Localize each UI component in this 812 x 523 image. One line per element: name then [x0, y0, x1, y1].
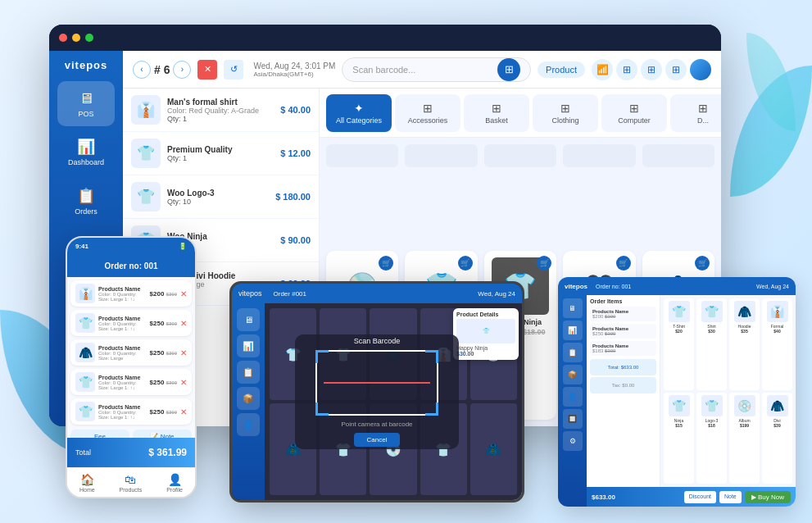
sidebar-label-pos: POS: [78, 110, 93, 118]
sidebar-item-dashboard[interactable]: 📊 Dashboard: [57, 130, 115, 175]
sec-dashboard-icon[interactable]: 📊: [563, 321, 583, 340]
sec-prod-5[interactable]: 👕 Ninja $15: [664, 393, 694, 484]
sec-prod-img-3: 🧥: [734, 301, 755, 322]
sec-orders-icon[interactable]: 📋: [563, 343, 583, 362]
sec-prod-1[interactable]: 👕 T-Shirt $20: [664, 298, 694, 390]
tablet-products-icon[interactable]: 📦: [237, 387, 260, 410]
basket-label: Basket: [485, 116, 508, 125]
sec-prod-2[interactable]: 👕 Shirt $30: [696, 298, 727, 390]
phone-order-item-1[interactable]: 👔 Products Name Color: 0 Quantity: Size:…: [70, 280, 192, 307]
phone-item-img-5: 👕: [75, 402, 95, 421]
settings-top-icon-button[interactable]: ⊞: [641, 59, 662, 80]
sec-prod-img-6: 👕: [701, 395, 723, 416]
phone-note-button[interactable]: 📝 Note: [133, 430, 192, 438]
bc-corner-bl: [315, 402, 329, 416]
phone-order-item-2[interactable]: 👕 Products Name Color: 0 Quantity: Size:…: [70, 310, 192, 336]
sidebar-item-orders[interactable]: 📋 Orders: [57, 179, 115, 224]
basket-icon: ⊞: [492, 102, 501, 115]
bluetooth-icon-button[interactable]: ⊞: [616, 59, 637, 80]
sec-settings-icon[interactable]: ⚙: [563, 431, 583, 451]
order-item-2[interactable]: 👕 Woo Logo-3 Qty: 10 $ 180.00: [123, 175, 319, 219]
tablet-dashboard-icon[interactable]: 📊: [237, 334, 260, 357]
tablet-datetime: Wed, Aug 24: [478, 290, 515, 298]
sec-barcode-icon[interactable]: 🔲: [563, 409, 583, 429]
sidebar-item-pos[interactable]: 🖥 POS: [57, 81, 115, 126]
accessories-label: Accessories: [408, 116, 448, 125]
order-item-name-0: Man's formal shirt: [167, 98, 274, 107]
user-avatar[interactable]: [690, 59, 711, 80]
phone-nav-products[interactable]: 🛍 Products: [120, 473, 143, 493]
prev-order-button[interactable]: ‹: [133, 61, 151, 79]
sec-order-item-3[interactable]: Products Name $183 $300: [590, 341, 656, 356]
sec-prod-6[interactable]: 👕 Logo-3 $18: [696, 393, 727, 484]
window-minimize-dot[interactable]: [72, 34, 80, 42]
window-maximize-dot[interactable]: [85, 34, 93, 42]
sec-products-icon[interactable]: 📦: [563, 365, 583, 384]
grid-icon-button[interactable]: ⊞: [665, 59, 687, 80]
sec-customers-icon[interactable]: 👤: [563, 387, 583, 407]
phone-remove-5[interactable]: ✕: [180, 407, 187, 416]
category-tab-all[interactable]: ✦ All Categories: [326, 94, 392, 132]
next-order-button[interactable]: ›: [173, 61, 191, 79]
barcode-cancel-button[interactable]: Cancel: [354, 433, 401, 447]
phone-remove-1[interactable]: ✕: [180, 289, 187, 298]
order-item-0[interactable]: 👔 Man's formal shirt Color: Red Quality:…: [123, 89, 319, 132]
category-tab-more[interactable]: ⊞ D...: [670, 94, 721, 132]
cart-badge-4: 🛒: [695, 256, 710, 271]
sec-tax-row: Tax: $0.00: [590, 377, 656, 393]
phone-nav-home[interactable]: 🏠 Home: [79, 473, 95, 493]
phone-remove-2[interactable]: ✕: [180, 319, 187, 328]
order-item-1[interactable]: 👕 Premium Quality Qty: 1 $ 12.00: [123, 132, 319, 175]
category-tab-basket[interactable]: ⊞ Basket: [464, 94, 529, 132]
top-bar: ‹ # 6 › ✕ ↺ Wed, Aug 24, 3:01 PM Asia/Dh…: [123, 51, 721, 89]
order-item-price-2: $ 180.00: [275, 192, 311, 202]
phone-item-price-5: $250 $300: [150, 408, 177, 416]
sec-order-item-2[interactable]: Products Name $250 $300: [590, 324, 656, 339]
sec-pos-icon[interactable]: 🖥: [563, 298, 583, 318]
sec-note-button[interactable]: Note: [719, 491, 742, 503]
sec-subtotal: Total: $633.00: [590, 359, 656, 375]
window-close-dot[interactable]: [59, 34, 67, 42]
accessories-icon: ⊞: [423, 102, 433, 115]
category-tab-accessories[interactable]: ⊞ Accessories: [395, 94, 460, 132]
order-item-img-0: 👔: [131, 95, 161, 125]
refresh-button[interactable]: ↺: [224, 60, 243, 80]
sec-prod-price-5: $15: [675, 423, 682, 428]
phone-order-item-3[interactable]: 🧥 Products Name Color: 0 Quantity: Size:…: [70, 339, 192, 366]
sec-prod-8[interactable]: 🧥 Divi $39: [762, 393, 792, 484]
order-item-details-2: Woo Logo-3 Qty: 10: [167, 189, 269, 206]
product-filter-button[interactable]: Product: [538, 61, 585, 78]
tablet-orders-icon[interactable]: 📋: [237, 361, 260, 384]
barcode-scanner-overlay: Scan Barcode Point camera at barcode Can…: [295, 334, 459, 449]
sec-prod-7[interactable]: 💿 Album $199: [729, 393, 760, 484]
tablet-pos-icon[interactable]: 🖥: [237, 308, 260, 331]
phone-remove-3[interactable]: ✕: [180, 348, 187, 357]
category-tab-clothing[interactable]: ⊞ Clothing: [533, 94, 598, 132]
sec-prod-3[interactable]: 🧥 Hoodie $35: [729, 298, 760, 390]
sec-order-item-1[interactable]: Products Name $200 $300: [590, 307, 656, 321]
phone-fee-button[interactable]: Fee: [70, 430, 129, 438]
cart-badge-0: 🛒: [379, 256, 393, 271]
sec-prod-4[interactable]: 👔 Formal $40: [762, 298, 792, 390]
close-order-button[interactable]: ✕: [197, 60, 217, 80]
search-placeholder-text: Scan barcode...: [352, 65, 492, 75]
wifi-icon-button[interactable]: 📶: [592, 59, 613, 80]
phone-order-item-5[interactable]: 👕 Products Name Color: 0 Quantity: Size:…: [70, 398, 192, 425]
phone-nav-profile[interactable]: 👤 Profile: [166, 473, 183, 493]
phone-remove-4[interactable]: ✕: [180, 378, 187, 387]
category-tab-computer[interactable]: ⊞ Computer: [601, 94, 667, 132]
tablet-mini-title: Product Details: [456, 312, 515, 317]
pos-icon: 🖥: [79, 90, 93, 107]
phone-order-item-4[interactable]: 👕 Products Name Color: 0 Quantity: Size:…: [70, 369, 192, 395]
scan-barcode-button[interactable]: ⊞: [497, 58, 520, 81]
phone-time: 9:41: [75, 243, 88, 250]
tablet-customers-icon[interactable]: 👤: [237, 413, 260, 436]
sec-order-title: Order Items: [590, 298, 656, 304]
sec-discount-button[interactable]: Discount: [684, 491, 716, 503]
bc-corner-tr: [425, 350, 438, 363]
order-item-qty-0: Qty: 1: [167, 115, 274, 123]
monitor-bar: [49, 25, 721, 51]
phone-order-header: Order no: 001: [67, 254, 195, 277]
barcode-scan-label: Scan Barcode: [354, 337, 401, 345]
sec-pay-button[interactable]: ▶ Buy Now: [745, 491, 791, 503]
